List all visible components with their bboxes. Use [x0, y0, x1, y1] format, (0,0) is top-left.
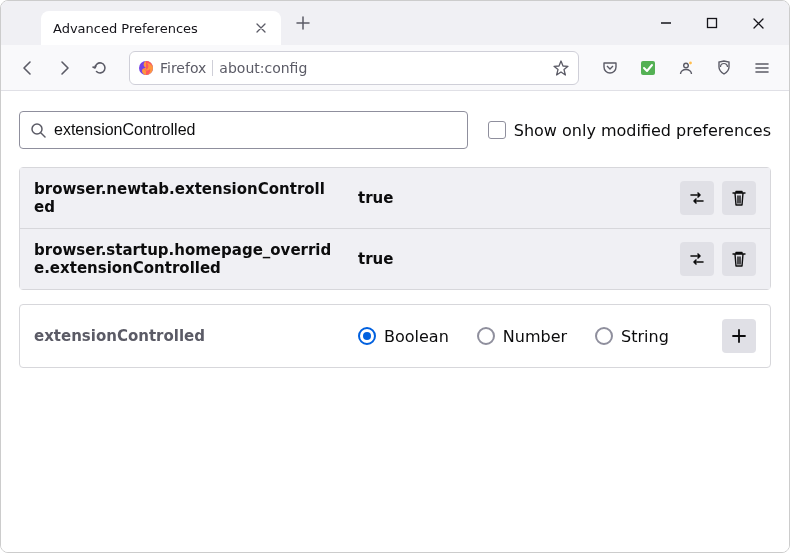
toggle-button[interactable]	[680, 242, 714, 276]
maximize-button[interactable]	[689, 7, 735, 39]
forward-button[interactable]	[47, 51, 81, 85]
titlebar: Advanced Preferences	[1, 1, 789, 45]
search-input[interactable]	[54, 121, 457, 139]
close-tab-icon[interactable]	[253, 20, 269, 36]
radio-string[interactable]: String	[595, 327, 669, 346]
pocket-icon[interactable]	[593, 51, 627, 85]
navigation-toolbar: Firefox about:config	[1, 45, 789, 91]
type-radio-group: Boolean Number String	[358, 327, 698, 346]
checkbox-label: Show only modified preferences	[514, 121, 771, 140]
identity-label: Firefox	[160, 60, 206, 76]
delete-button[interactable]	[722, 181, 756, 215]
browser-tab[interactable]: Advanced Preferences	[41, 11, 281, 45]
reload-button[interactable]	[83, 51, 117, 85]
minimize-button[interactable]	[643, 7, 689, 39]
svg-point-5	[689, 61, 692, 64]
extension-icon[interactable]	[631, 51, 665, 85]
pref-name: browser.newtab.extensionControlled	[34, 180, 334, 216]
pref-row[interactable]: browser.startup.homepage_override.extens…	[20, 229, 770, 289]
back-button[interactable]	[11, 51, 45, 85]
bookmark-star-icon[interactable]	[552, 59, 570, 77]
search-box[interactable]	[19, 111, 468, 149]
radio-label: Boolean	[384, 327, 449, 346]
radio-number[interactable]: Number	[477, 327, 567, 346]
menu-icon[interactable]	[745, 51, 779, 85]
search-row: Show only modified preferences	[19, 111, 771, 149]
close-window-button[interactable]	[735, 7, 781, 39]
new-pref-row: extensionControlled Boolean Number Strin…	[19, 304, 771, 368]
firefox-logo-icon	[138, 60, 154, 76]
radio-label: Number	[503, 327, 567, 346]
pref-value: true	[358, 250, 656, 268]
pref-name: browser.startup.homepage_override.extens…	[34, 241, 334, 277]
svg-rect-0	[708, 19, 717, 28]
new-pref-name: extensionControlled	[34, 327, 334, 345]
url-text: about:config	[219, 60, 546, 76]
radio-icon	[477, 327, 495, 345]
radio-boolean[interactable]: Boolean	[358, 327, 449, 346]
toggle-button[interactable]	[680, 181, 714, 215]
radio-icon	[595, 327, 613, 345]
svg-point-3	[684, 63, 689, 68]
show-modified-checkbox[interactable]: Show only modified preferences	[488, 121, 771, 140]
account-icon[interactable]	[669, 51, 703, 85]
identity-box[interactable]: Firefox	[138, 60, 213, 76]
url-bar[interactable]: Firefox about:config	[129, 51, 579, 85]
prefs-table: browser.newtab.extensionControlled true …	[19, 167, 771, 290]
search-icon	[30, 122, 46, 138]
delete-button[interactable]	[722, 242, 756, 276]
checkbox-icon	[488, 121, 506, 139]
radio-icon	[358, 327, 376, 345]
about-config-content: Show only modified preferences browser.n…	[1, 91, 789, 553]
pref-value: true	[358, 189, 656, 207]
radio-label: String	[621, 327, 669, 346]
new-tab-button[interactable]	[289, 9, 317, 37]
tab-title: Advanced Preferences	[53, 21, 253, 36]
shield-icon[interactable]	[707, 51, 741, 85]
add-button[interactable]	[722, 319, 756, 353]
pref-row[interactable]: browser.newtab.extensionControlled true	[20, 168, 770, 229]
